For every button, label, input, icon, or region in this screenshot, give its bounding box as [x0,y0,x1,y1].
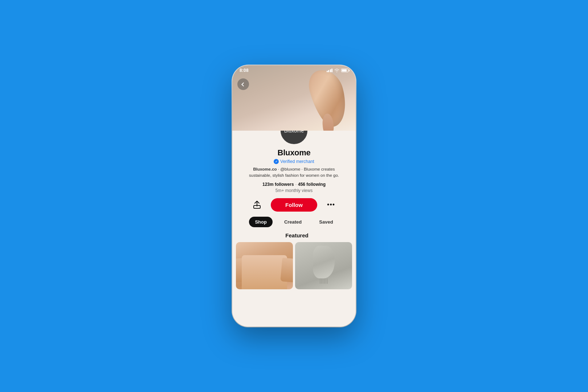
featured-image-sweater[interactable] [236,242,293,289]
more-options-button[interactable]: ••• [324,198,338,211]
sleeve-right [280,258,293,283]
status-icons [327,69,349,72]
following-bold: 456 following [298,182,326,187]
scarf-fringe [320,278,328,284]
profile-name: Bluxome [278,148,311,158]
stats-separator: · [295,182,297,187]
status-bar: 8:08 [232,65,356,75]
tab-shop[interactable]: Shop [249,217,273,227]
profile-bio: Bluxome.co · @bluxome · Bluxome creates … [232,166,356,179]
more-dots-icon: ••• [327,201,335,209]
following-count: 456 following [298,182,326,187]
stats-row: 123m followers · 456 following [262,182,326,187]
action-row: Follow ••• [232,198,356,212]
back-button[interactable] [237,78,249,90]
verified-badge-icon: ✓ [274,159,279,164]
tabs-row: Shop Created Saved [249,217,339,227]
featured-image-scarf[interactable] [295,242,352,289]
bio-website: Bluxome.co [253,167,277,171]
verified-text: Verified merchant [280,159,314,164]
battery-icon [341,69,348,72]
wifi-icon [334,69,339,72]
status-time: 8:08 [240,68,249,73]
follow-button[interactable]: Follow [271,198,317,212]
shirt-body [242,255,287,289]
signal-icon [327,69,333,72]
tab-saved[interactable]: Saved [313,217,339,227]
followers-bold: 123m followers [262,182,294,187]
featured-section-label: Featured [232,232,356,238]
share-button[interactable] [250,198,264,211]
tab-created[interactable]: Created [278,217,307,227]
back-chevron-icon [241,82,245,86]
scarf-shape [313,246,335,278]
share-icon [253,200,261,209]
verified-row: ✓ Verified merchant [274,159,314,164]
profile-content: Bluxome Bluxome ✓ Verified merchant Blux… [232,131,356,327]
featured-image-grid [232,242,356,289]
phone-frame: 8:08 Bluxome [232,65,356,327]
avatar-label: Bluxome [284,131,304,134]
avatar-circle: Bluxome [279,131,309,145]
followers-count: 123m followers [262,182,294,187]
avatar: Bluxome [279,131,309,145]
monthly-views: 5m+ monthly views [275,188,313,193]
